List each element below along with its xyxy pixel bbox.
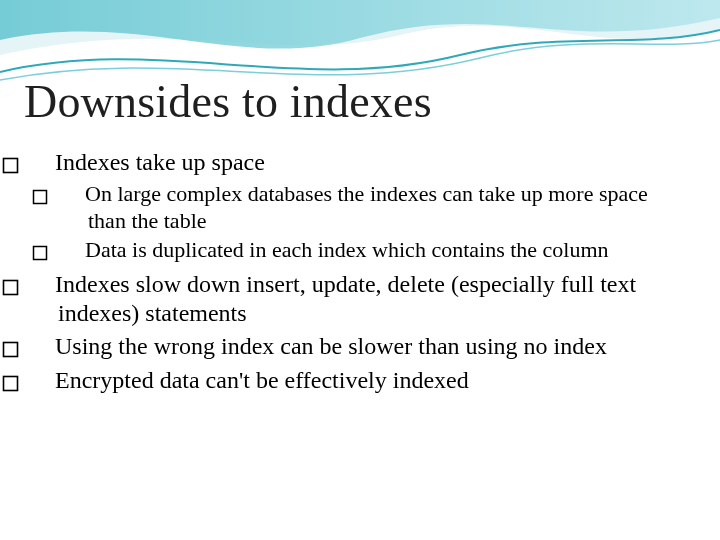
bullet-text: Indexes slow down insert, update, delete…	[55, 271, 636, 326]
bullet-item: Encrypted data can't be effectively inde…	[30, 366, 690, 395]
slide-body: Indexes take up space On large complex d…	[30, 148, 690, 399]
square-bullet-icon	[60, 242, 79, 261]
bullet-item: Indexes take up space	[30, 148, 690, 177]
square-bullet-icon	[60, 186, 79, 205]
svg-rect-0	[4, 159, 18, 173]
bullet-text: Indexes take up space	[55, 149, 265, 175]
bullet-item: On large complex databases the indexes c…	[30, 181, 690, 235]
slide: Downsides to indexes Indexes take up spa…	[0, 0, 720, 540]
svg-rect-1	[34, 191, 47, 204]
square-bullet-icon	[30, 276, 49, 295]
square-bullet-icon	[30, 154, 49, 173]
svg-rect-5	[4, 376, 18, 390]
svg-rect-4	[4, 343, 18, 357]
bullet-text: Encrypted data can't be effectively inde…	[55, 367, 469, 393]
square-bullet-icon	[30, 372, 49, 391]
bullet-text: Data is duplicated in each index which c…	[85, 237, 609, 262]
svg-rect-3	[4, 280, 18, 294]
bullet-item: Data is duplicated in each index which c…	[30, 237, 690, 264]
svg-rect-2	[34, 246, 47, 259]
slide-title: Downsides to indexes	[24, 78, 432, 126]
square-bullet-icon	[30, 338, 49, 357]
bullet-text: Using the wrong index can be slower than…	[55, 333, 607, 359]
bullet-text: On large complex databases the indexes c…	[85, 181, 648, 233]
bullet-item: Using the wrong index can be slower than…	[30, 332, 690, 361]
bullet-item: Indexes slow down insert, update, delete…	[30, 270, 690, 329]
